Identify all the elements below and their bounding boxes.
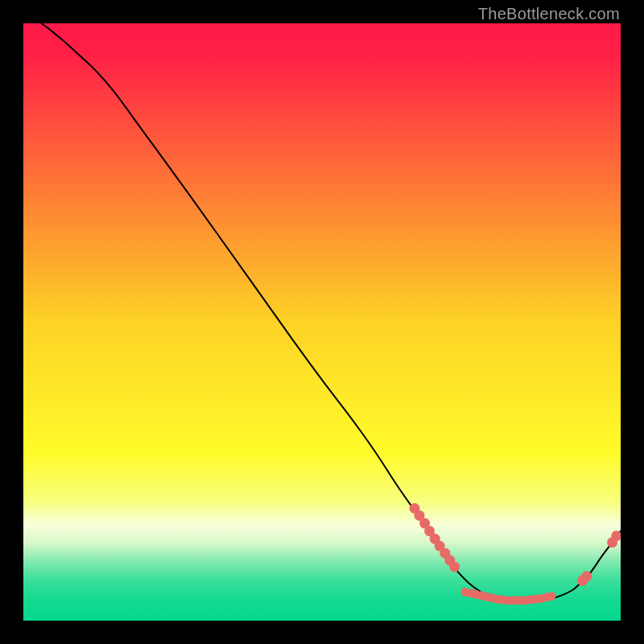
gradient-background <box>23 23 621 621</box>
bottleneck-chart <box>23 23 621 621</box>
watermark: TheBottleneck.com <box>478 5 620 23</box>
data-point <box>581 572 592 582</box>
chart-svg <box>23 23 621 621</box>
data-point <box>547 592 555 601</box>
data-point <box>449 562 460 572</box>
